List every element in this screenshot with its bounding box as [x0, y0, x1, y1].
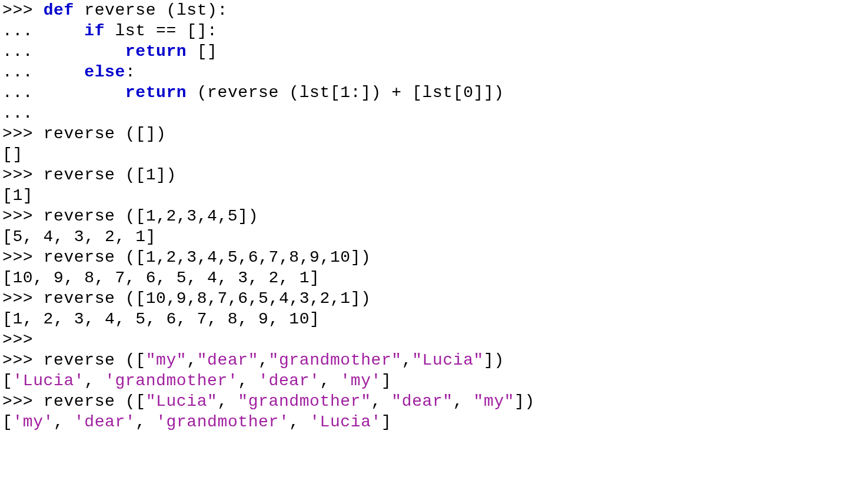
kw-if: if — [84, 22, 105, 40]
comma: , — [135, 413, 156, 431]
result-2: [1] — [2, 186, 33, 205]
result-1: [] — [2, 145, 23, 163]
kw-else: else — [84, 63, 125, 81]
str: 'dear' — [258, 372, 320, 390]
str: 'my' — [340, 372, 381, 390]
prompt-cont: ... — [2, 42, 44, 61]
ret-empty: [] — [187, 42, 217, 61]
comma: , — [289, 413, 310, 431]
prompt-primary: >>> — [2, 351, 44, 369]
result-3: [5, 4, 3, 2, 1] — [2, 228, 156, 246]
prompt-empty: >>> — [2, 331, 33, 349]
fn-name: reverse — [84, 1, 156, 19]
call-2: reverse ([1]) — [44, 166, 177, 184]
call-1: reverse ([]) — [44, 125, 167, 143]
close: ]) — [484, 351, 504, 369]
prompt-cont: ... — [2, 63, 44, 81]
result-4: [10, 9, 8, 7, 6, 5, 4, 3, 2, 1] — [2, 269, 320, 287]
comma: , — [217, 392, 238, 410]
r7-open: [ — [2, 413, 12, 431]
prompt-cont-blank: ... — [2, 104, 44, 122]
r7-close: ] — [381, 413, 391, 431]
call-4: reverse ([1,2,3,4,5,6,7,8,9,10]) — [44, 248, 371, 266]
prompt-primary: >>> — [2, 125, 44, 143]
str: 'my' — [12, 413, 54, 431]
def-params: (lst): — [156, 1, 228, 19]
r6-open: [ — [2, 372, 12, 390]
str: "grandmother" — [238, 392, 371, 410]
kw-return: return — [125, 84, 187, 102]
comma: , — [320, 372, 341, 390]
close: ]) — [514, 392, 535, 410]
prompt-cont: ... — [2, 84, 44, 102]
comma: , — [54, 413, 74, 431]
result-5: [1, 2, 3, 4, 5, 6, 7, 8, 9, 10] — [2, 310, 320, 328]
str: "dear" — [197, 351, 258, 369]
kw-return: return — [125, 42, 187, 61]
if-cond: lst == []: — [105, 22, 217, 40]
indent — [44, 22, 85, 40]
indent — [44, 84, 125, 102]
indent — [44, 42, 125, 61]
prompt-primary: >>> — [2, 392, 44, 410]
call-5: reverse ([10,9,8,7,6,5,4,3,2,1]) — [44, 289, 371, 308]
str: "Lucia" — [412, 351, 484, 369]
space — [74, 1, 84, 19]
call-3: reverse ([1,2,3,4,5]) — [44, 207, 258, 225]
comma: , — [258, 351, 268, 369]
kw-def: def — [44, 1, 74, 19]
str: 'grandmother' — [156, 413, 289, 431]
python-repl-block: >>> def reverse (lst): ... if lst == []:… — [0, 0, 865, 432]
str: 'dear' — [74, 413, 135, 431]
ret-expr: (reverse (lst[1:]) + [lst[0]]) — [187, 84, 504, 102]
comma: , — [453, 392, 474, 410]
r6-close: ] — [381, 372, 391, 390]
str: 'Lucia' — [12, 372, 84, 390]
call-6-pre: reverse ([ — [44, 351, 146, 369]
prompt-primary: >>> — [2, 289, 44, 308]
prompt-primary: >>> — [2, 248, 44, 266]
prompt-cont: ... — [2, 22, 44, 40]
str: 'Lucia' — [310, 413, 381, 431]
indent — [44, 63, 85, 81]
str: "dear" — [391, 392, 453, 410]
str: "grandmother" — [269, 351, 402, 369]
comma: , — [187, 351, 197, 369]
str: 'grandmother' — [105, 372, 238, 390]
comma: , — [402, 351, 412, 369]
else-colon: : — [125, 63, 135, 81]
call-7-pre: reverse ([ — [44, 392, 146, 410]
comma: , — [371, 392, 392, 410]
prompt-primary: >>> — [2, 1, 44, 19]
prompt-primary: >>> — [2, 166, 44, 184]
comma: , — [84, 372, 105, 390]
str: "my" — [474, 392, 515, 410]
prompt-primary: >>> — [2, 207, 44, 225]
str: "my" — [146, 351, 187, 369]
comma: , — [238, 372, 258, 390]
str: "Lucia" — [146, 392, 218, 410]
